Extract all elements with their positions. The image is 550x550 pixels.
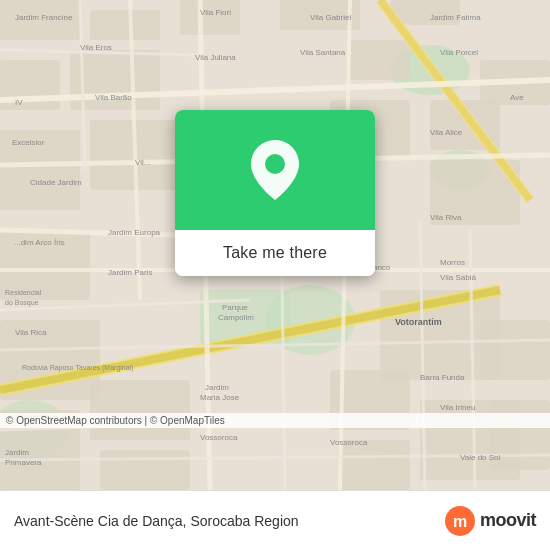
svg-text:Vila Barão: Vila Barão: [95, 93, 132, 102]
svg-text:m: m: [453, 513, 467, 530]
svg-rect-24: [100, 450, 190, 490]
svg-rect-13: [350, 40, 410, 80]
svg-text:Vila Eros: Vila Eros: [80, 43, 112, 52]
svg-text:Vila Porcel: Vila Porcel: [440, 48, 478, 57]
svg-text:Excelsior: Excelsior: [12, 138, 45, 147]
svg-text:Vossoroca: Vossoroca: [330, 438, 368, 447]
svg-text:Vila Alice: Vila Alice: [430, 128, 463, 137]
svg-text:Morros: Morros: [440, 258, 465, 267]
svg-rect-28: [340, 440, 410, 490]
svg-text:Votorantim: Votorantim: [395, 317, 442, 327]
take-me-there-button[interactable]: Take me there: [175, 230, 375, 276]
svg-text:Primavera: Primavera: [5, 458, 42, 467]
svg-text:Vila Sabiá: Vila Sabiá: [440, 273, 476, 282]
bottom-bar: Avant-Scène Cia de Dança, Sorocaba Regio…: [0, 490, 550, 550]
svg-text:Vossoroca: Vossoroca: [200, 433, 238, 442]
svg-text:Vila Fiori: Vila Fiori: [200, 8, 231, 17]
svg-text:Jardim Francine: Jardim Francine: [15, 13, 73, 22]
svg-text:...dim Arco Íris: ...dim Arco Íris: [14, 238, 65, 247]
svg-rect-8: [180, 0, 240, 35]
svg-text:Jardim Fatima: Jardim Fatima: [430, 13, 481, 22]
svg-text:Cidade Jardim: Cidade Jardim: [30, 178, 82, 187]
svg-text:Vila Juliana: Vila Juliana: [195, 53, 236, 62]
svg-text:Vila Gabriel: Vila Gabriel: [310, 13, 351, 22]
svg-text:Jardim Europa: Jardim Europa: [108, 228, 161, 237]
moovit-icon: m: [444, 505, 476, 537]
svg-text:Vila Irineu: Vila Irineu: [440, 403, 475, 412]
svg-text:Jardim: Jardim: [205, 383, 229, 392]
svg-text:Vale do Sol: Vale do Sol: [460, 453, 501, 462]
svg-text:Vila Rica: Vila Rica: [15, 328, 47, 337]
svg-text:IV: IV: [15, 98, 23, 107]
svg-rect-23: [90, 380, 190, 440]
moovit-logo-text: moovit: [480, 510, 536, 531]
popup-card: Take me there: [175, 110, 375, 276]
svg-rect-7: [90, 10, 160, 40]
location-pin-icon: [251, 140, 299, 200]
svg-text:Jardim Paris: Jardim Paris: [108, 268, 152, 277]
svg-text:Maria Jose: Maria Jose: [200, 393, 240, 402]
svg-text:do Bosque: do Bosque: [5, 299, 39, 307]
svg-rect-29: [480, 320, 550, 380]
svg-point-89: [265, 154, 285, 174]
moovit-logo: m moovit: [444, 505, 536, 537]
svg-text:Ave: Ave: [510, 93, 524, 102]
popup-green-area: [175, 110, 375, 230]
map-container[interactable]: Jardim Francine Vila Fiori Vila Gabriel …: [0, 0, 550, 490]
svg-text:Parque: Parque: [222, 303, 248, 312]
svg-text:Rodovia Raposo Tavares (Margin: Rodovia Raposo Tavares (Marginal): [22, 364, 134, 372]
svg-text:Campolim: Campolim: [218, 313, 254, 322]
place-name: Avant-Scène Cia de Dança, Sorocaba Regio…: [14, 513, 299, 529]
svg-text:Barra Funda: Barra Funda: [420, 373, 465, 382]
svg-text:Residencial: Residencial: [5, 289, 42, 296]
map-attribution: © OpenStreetMap contributors | © OpenMap…: [0, 413, 550, 428]
svg-text:Vila Riva: Vila Riva: [430, 213, 462, 222]
svg-text:Vila Santana: Vila Santana: [300, 48, 346, 57]
svg-text:Vil...: Vil...: [135, 158, 150, 167]
svg-text:Jardim: Jardim: [5, 448, 29, 457]
